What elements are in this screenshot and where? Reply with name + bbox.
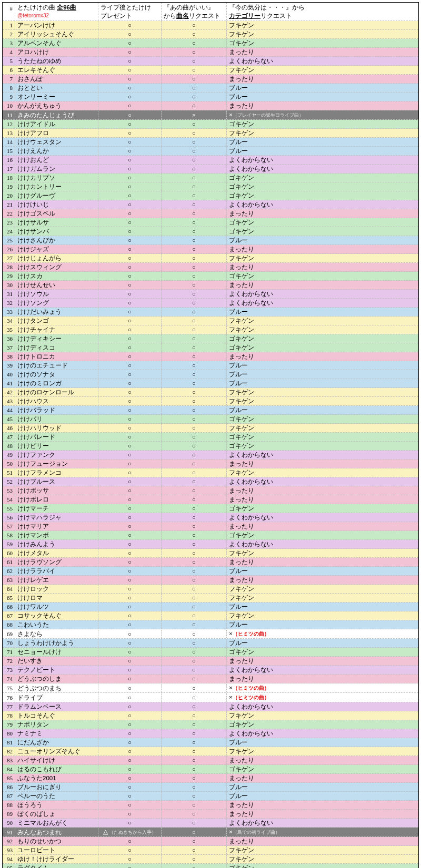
present-mark: ○: [98, 567, 162, 575]
table-row: 85ふなうた2001○○まったり: [3, 774, 418, 783]
category-cell: まったり: [227, 75, 418, 83]
table-row: 53けけボッサ○○まったり: [3, 486, 418, 495]
song-name: けけおんど: [15, 156, 98, 164]
present-mark: ○: [98, 173, 162, 182]
category-cell: ブルー: [227, 147, 418, 155]
song-name: けけカントリー: [15, 182, 98, 191]
table-row: 16けけおんど○○よくわからない: [3, 156, 418, 165]
row-number: 67: [3, 611, 15, 620]
song-request-mark: ×: [162, 111, 227, 119]
col-num-header: #: [3, 4, 15, 19]
row-number: 18: [3, 173, 15, 182]
song-request-mark: ○: [162, 711, 227, 720]
category-cell: フキゲン: [227, 397, 418, 405]
song-request-mark: ○: [162, 84, 227, 92]
row-number: 74: [3, 675, 15, 683]
table-row: 91みんなあつまれ△ （たぬきちから入手）○×（島での初ライブ曲）: [3, 828, 418, 837]
table-row: 47けけパレード○○ゴキゲン: [3, 433, 418, 442]
category-cell: ゴキゲン: [227, 765, 418, 773]
col-name-header: とたけけの曲 全96曲 @tetoromx32: [15, 3, 98, 21]
category-cell: まったり: [227, 576, 418, 584]
present-mark: ○: [98, 620, 162, 629]
present-mark: ○: [98, 111, 162, 119]
song-name: けけマンボ: [15, 531, 98, 539]
row-number: 14: [3, 138, 15, 146]
present-mark: ○: [98, 254, 162, 262]
song-name: ミニマルおんがく: [15, 819, 98, 827]
category-cell: フキゲン: [227, 30, 418, 38]
category-cell: ×（ヒミツの曲）: [227, 629, 418, 638]
present-mark: ○: [98, 576, 162, 584]
category-cell: まったり: [227, 48, 418, 56]
song-name: ドライブ: [15, 693, 98, 702]
table-row: 10かんがえちゅう○○まったり: [3, 101, 418, 110]
present-mark: ○: [98, 48, 162, 56]
row-number: 43: [3, 397, 15, 405]
song-name: けけソング: [15, 299, 98, 307]
song-name: けけマハラジャ: [15, 513, 98, 522]
row-number: 37: [3, 343, 15, 352]
song-request-mark: ○: [162, 200, 227, 209]
song-name: さよなら: [15, 630, 98, 638]
table-row: 39けけのエチュード○○ブルー: [3, 361, 418, 370]
song-request-mark: ○: [162, 558, 227, 566]
category-cell: フキゲン: [227, 325, 418, 334]
present-mark: ○: [98, 756, 162, 764]
song-name: けけのミロンガ: [15, 379, 98, 387]
row-number: 40: [3, 370, 15, 379]
title-count: 全96曲: [57, 4, 76, 11]
row-number: 32: [3, 299, 15, 307]
row-number: 85: [3, 774, 15, 782]
row-number: 34: [3, 316, 15, 325]
song-name: もりのせいかつ: [15, 837, 98, 845]
category-cell: よくわからない: [227, 57, 418, 65]
present-mark: ○: [98, 415, 162, 423]
row-number: 63: [3, 576, 15, 584]
song-name: けけマーチ: [15, 504, 98, 513]
present-mark: ○: [98, 334, 162, 343]
category-cell: まったり: [227, 459, 418, 468]
table-row: 33けけだいみょう○○ブルー: [3, 308, 418, 316]
present-mark: ○: [98, 66, 162, 74]
table-row: 83ハイサイけけ○○まったり: [3, 756, 418, 765]
category-cell: フキゲン: [227, 424, 418, 432]
col3-l1: 『あの曲がいい』: [164, 3, 224, 12]
table-row: 64けけロック○○フキゲン: [3, 585, 418, 594]
present-mark: ○: [98, 684, 162, 692]
present-mark: ○: [98, 325, 162, 334]
song-name: どうぶつのまち: [15, 684, 98, 692]
present-mark: ○: [98, 819, 162, 827]
song-request-mark: ○: [162, 720, 227, 729]
category-cell: フキゲン: [227, 585, 418, 593]
row-number: 22: [3, 209, 15, 218]
present-mark: ○: [98, 299, 162, 307]
song-name: けけせんせい: [15, 281, 98, 289]
present-mark: ○: [98, 594, 162, 602]
song-request-mark: ○: [162, 620, 227, 629]
row-number: 56: [3, 513, 15, 522]
song-request-mark: ○: [162, 495, 227, 504]
row-number: 69: [3, 630, 15, 638]
song-name: けけさんびか: [15, 236, 98, 244]
table-row: 67コサックそんぐ○○フキゲン: [3, 611, 418, 620]
song-name: どうぶつのしま: [15, 675, 98, 683]
present-mark: ○: [98, 585, 162, 593]
song-request-mark: ○: [162, 272, 227, 280]
song-name: けけファンク: [15, 451, 98, 459]
num-symbol: #: [5, 4, 13, 13]
category-cell: よくわからない: [227, 200, 418, 209]
row-number: 91: [3, 828, 15, 836]
category-cell: ブルー: [227, 379, 418, 387]
row-number: 60: [3, 549, 15, 557]
song-name: けけラヴソング: [15, 558, 98, 566]
table-row: 94ゆけ！けけライダー○○フキゲン: [3, 855, 418, 864]
row-number: 24: [3, 227, 15, 236]
song-request-mark: ○: [162, 540, 227, 548]
song-name: けけディキシー: [15, 334, 98, 343]
present-mark: ○: [98, 236, 162, 244]
song-request-mark: ○: [162, 388, 227, 396]
song-name: ハイサイけけ: [15, 756, 98, 764]
present-mark: ○: [98, 774, 162, 782]
category-cell: よくわからない: [227, 819, 418, 827]
song-request-mark: ○: [162, 325, 227, 334]
